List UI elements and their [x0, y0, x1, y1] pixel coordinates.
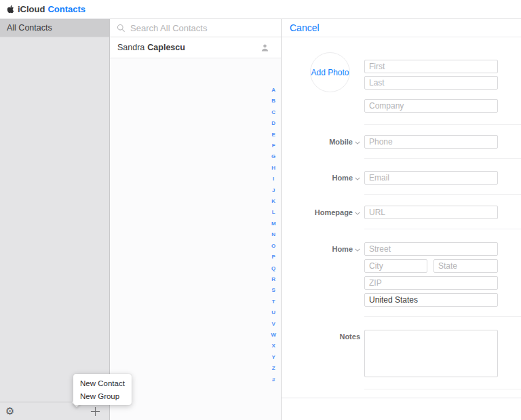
zip-input[interactable]: [364, 276, 498, 290]
alphabet-letter[interactable]: L: [272, 207, 275, 218]
url-input[interactable]: [364, 206, 498, 219]
alphabet-letter[interactable]: M: [271, 218, 276, 229]
alphabet-letter[interactable]: R: [271, 274, 275, 285]
city-input[interactable]: [364, 259, 427, 273]
email-type-dropdown[interactable]: Home: [282, 171, 360, 185]
chevron-down-icon: [355, 248, 360, 252]
alphabet-letter[interactable]: E: [272, 130, 275, 140]
divider: [364, 194, 521, 195]
person-icon: [260, 43, 270, 53]
alphabet-letter[interactable]: Y: [272, 352, 275, 363]
search-input[interactable]: [130, 23, 274, 33]
divider: [364, 229, 521, 229]
contacts-list-panel: Sandra Caplescu A B C D E: [110, 19, 282, 420]
notes-label: Notes: [282, 330, 360, 343]
sidebar-item-label: All Contacts: [7, 23, 52, 33]
alphabet-letter[interactable]: C: [271, 107, 275, 118]
search-bar: [110, 19, 281, 37]
state-input[interactable]: [433, 259, 498, 273]
alphabet-letter[interactable]: Q: [271, 263, 275, 274]
popup-menu-item[interactable]: New Group: [73, 389, 132, 402]
alphabet-letter[interactable]: Z: [272, 363, 275, 374]
url-type-dropdown[interactable]: Homepage: [282, 206, 360, 219]
contact-first-name: Sandra: [117, 43, 144, 52]
contact-detail-panel: Cancel Add Photo Mobile Home: [282, 19, 521, 420]
alphabet-letter[interactable]: G: [271, 151, 275, 162]
settings-gear-button[interactable]: ⚙: [5, 406, 14, 417]
alphabet-letter[interactable]: U: [271, 307, 275, 318]
phone-input[interactable]: [364, 135, 498, 149]
alphabet-letter[interactable]: I: [273, 174, 274, 185]
divider: [364, 158, 521, 159]
sidebar-item-all-contacts[interactable]: All Contacts: [0, 19, 109, 37]
divider: [282, 398, 521, 398]
alphabet-letter[interactable]: A: [271, 85, 275, 96]
notes-textarea[interactable]: [364, 330, 498, 377]
country-input[interactable]: [364, 293, 498, 307]
contacts-list: Sandra Caplescu: [110, 37, 281, 58]
alphabet-letter[interactable]: P: [272, 252, 275, 263]
alphabet-letter[interactable]: V: [272, 319, 275, 330]
alphabet-letter[interactable]: F: [272, 140, 275, 151]
plus-icon: [90, 406, 100, 417]
alphabet-letter[interactable]: H: [271, 163, 275, 174]
alphabet-letter[interactable]: B: [271, 96, 275, 107]
phone-type-dropdown[interactable]: Mobile: [282, 135, 360, 149]
alphabet-index: A B C D E F G H I J K L: [271, 85, 276, 385]
new-item-popup-menu: New Contact New Group: [73, 374, 132, 405]
new-contact-form: Add Photo Mobile Home: [282, 38, 521, 420]
groups-sidebar: All Contacts ⚙: [0, 19, 110, 420]
cancel-button[interactable]: Cancel: [290, 22, 320, 33]
alphabet-letter[interactable]: T: [272, 297, 275, 307]
contact-row[interactable]: Sandra Caplescu: [110, 37, 281, 58]
divider: [364, 124, 521, 125]
add-photo-button[interactable]: Add Photo: [310, 52, 350, 92]
divider: [364, 389, 521, 389]
add-contact-plus-button[interactable]: [90, 406, 100, 417]
last-name-input[interactable]: [364, 76, 498, 90]
alphabet-letter[interactable]: K: [271, 196, 275, 207]
street-input[interactable]: [364, 242, 498, 256]
search-icon: [117, 24, 126, 33]
alphabet-letter[interactable]: #: [272, 375, 275, 385]
chevron-down-icon: [355, 212, 360, 215]
alphabet-letter[interactable]: O: [271, 241, 275, 252]
popup-menu-item[interactable]: New Contact: [73, 377, 132, 389]
brand-icloud-link[interactable]: iCloud: [18, 4, 45, 14]
first-name-input[interactable]: [364, 60, 498, 73]
app-switcher-title[interactable]: Contacts: [47, 4, 85, 14]
contact-last-name: Caplescu: [147, 43, 185, 52]
email-input[interactable]: [364, 171, 498, 185]
alphabet-letter[interactable]: N: [271, 229, 275, 240]
chevron-down-icon: [355, 177, 360, 180]
chevron-down-icon: [355, 141, 360, 145]
alphabet-letter[interactable]: J: [272, 185, 275, 196]
detail-toolbar: Cancel: [282, 19, 521, 37]
alphabet-letter[interactable]: X: [272, 341, 275, 351]
address-type-dropdown[interactable]: Home: [282, 242, 360, 256]
alphabet-letter[interactable]: D: [271, 118, 275, 129]
apple-logo-icon: [7, 5, 14, 14]
company-input[interactable]: [364, 99, 498, 113]
alphabet-letter[interactable]: S: [272, 285, 275, 296]
alphabet-letter[interactable]: W: [271, 330, 276, 341]
top-bar: iCloud Contacts: [0, 0, 521, 19]
icloud-contacts-app: iCloud Contacts All Contacts ⚙ New Conta…: [0, 0, 521, 420]
divider: [364, 316, 521, 317]
